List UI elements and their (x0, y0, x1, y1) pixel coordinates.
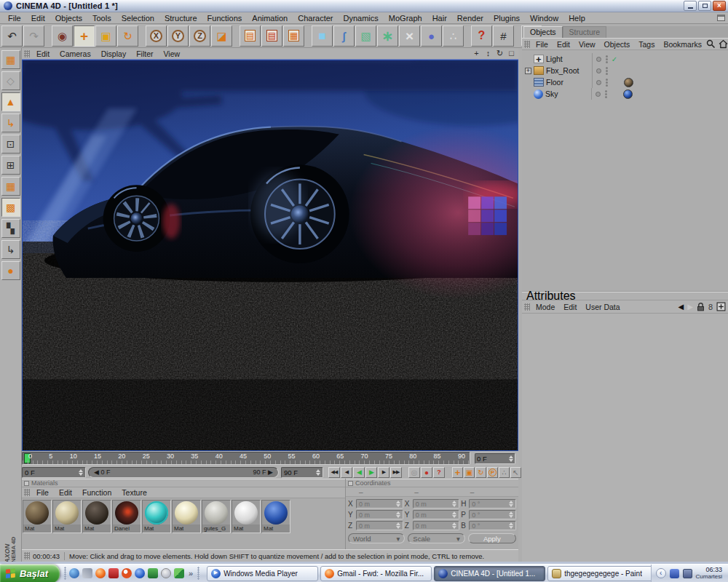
visibility-dots-icon[interactable] (606, 55, 608, 63)
quicklaunch-excel-icon[interactable] (148, 568, 158, 578)
spinner-icon[interactable] (79, 469, 83, 476)
spinner-icon[interactable] (509, 511, 513, 518)
material-tag[interactable] (623, 89, 633, 99)
menu-item[interactable]: Window (525, 14, 563, 23)
use-model-tool-button[interactable]: ▲ (1, 92, 20, 111)
materials-title-bar[interactable]: Materials (22, 479, 345, 487)
lock-x-button[interactable]: X (146, 25, 167, 47)
move-button[interactable]: + (74, 25, 95, 47)
object-row[interactable]: Light ✓ (522, 53, 728, 65)
expander-icon[interactable] (525, 56, 531, 63)
viewport-3d[interactable] (22, 60, 518, 451)
key-parameter-button[interactable]: P (487, 467, 498, 478)
add-array-button[interactable]: ∗ (377, 25, 398, 47)
panel-grip[interactable] (24, 50, 30, 57)
start-button[interactable]: Başlat (0, 565, 60, 582)
add-panel-icon[interactable] (716, 302, 726, 311)
position-field[interactable]: 0 m (356, 510, 403, 519)
material-item[interactable]: Mat (172, 500, 201, 533)
spinner-icon[interactable] (509, 501, 513, 507)
texture-mode-button[interactable]: ▩ (1, 198, 20, 217)
menu-item[interactable]: Plugins (488, 14, 525, 23)
task-window-button[interactable]: Gmail - Fwd: - Mozilla Fir... (320, 566, 432, 581)
panel-grip[interactable] (524, 303, 530, 311)
layer-dot-icon[interactable] (596, 92, 601, 97)
menu-item[interactable]: MoGraph (384, 14, 427, 23)
menu-item[interactable]: Functions (202, 14, 248, 23)
material-tag[interactable] (624, 78, 633, 87)
quicklaunch-realplayer-icon[interactable] (108, 568, 119, 578)
quicklaunch-messenger-icon[interactable] (69, 568, 79, 578)
expander-icon[interactable]: + (525, 68, 531, 74)
menu-item[interactable]: Structure (159, 14, 202, 23)
edges-mode-button[interactable]: ⊞ (1, 156, 20, 175)
panel-grip[interactable] (24, 552, 30, 559)
add-deformer-button[interactable]: × (399, 25, 420, 47)
spinner-icon[interactable] (452, 511, 456, 518)
object-manager-menu-item[interactable]: Tags (634, 40, 659, 49)
rotation-field[interactable]: 0 ° (469, 499, 516, 509)
frame-end-field[interactable]: 90 F (281, 467, 323, 478)
expander-icon[interactable] (525, 91, 531, 97)
menu-item[interactable]: Edit (26, 14, 50, 23)
position-field[interactable]: 0 m (356, 499, 403, 509)
menu-item[interactable]: Character (293, 14, 338, 23)
object-row[interactable]: Floor (522, 76, 728, 88)
render-settings-button[interactable]: ▦ (283, 25, 304, 47)
space-dropdown[interactable]: World▾ (348, 533, 405, 543)
tab-structure[interactable]: Structure (563, 26, 607, 38)
menu-item[interactable]: Animation (247, 14, 293, 23)
object-manager-menu-item[interactable]: View (574, 40, 600, 49)
material-item[interactable]: Mat (82, 500, 111, 533)
attributes-menu-item[interactable]: User Data (581, 303, 624, 311)
menu-item[interactable]: File (3, 14, 26, 23)
model-mode-button[interactable]: ◇ (1, 71, 20, 90)
spinner-icon[interactable] (509, 455, 513, 462)
object-manager-menu-item[interactable]: File (531, 40, 553, 49)
quicklaunch-firefox-icon[interactable] (95, 568, 106, 578)
task-window-button[interactable]: CINEMA 4D - [Untitled 1... (434, 566, 545, 581)
goto-end-button[interactable]: ▶▶ (390, 467, 402, 478)
menu-item[interactable]: Selection (116, 14, 159, 23)
quicklaunch-share-icon[interactable] (174, 568, 184, 578)
size-field[interactable]: 0 m (413, 521, 460, 530)
spinner-icon[interactable] (452, 522, 456, 529)
enabled-check-icon[interactable]: ✓ (610, 55, 619, 63)
lock-z-button[interactable]: Z (189, 25, 210, 47)
spinner-icon[interactable] (396, 511, 400, 518)
record-button[interactable]: ◎ (408, 467, 420, 478)
zoom-view-icon[interactable]: ↕ (483, 49, 493, 58)
apply-button[interactable]: Apply (468, 533, 516, 543)
size-field[interactable]: 0 m (413, 499, 460, 509)
frame-range-slider[interactable]: ◀ 0 F 90 F ▶ (88, 467, 279, 478)
key-rotation-button[interactable]: ↻ (475, 467, 486, 478)
uv-mode-button[interactable]: ▚ (1, 219, 20, 238)
taskbar-divider[interactable] (64, 567, 66, 580)
rotation-field[interactable]: 0 ° (469, 521, 516, 530)
next-key-button[interactable]: ▶ (378, 467, 389, 478)
make-editable-button[interactable]: ▦ (1, 50, 20, 69)
visibility-dots-icon[interactable] (606, 79, 608, 87)
material-item[interactable]: Mat (232, 500, 261, 533)
spinner-icon[interactable] (316, 469, 320, 476)
key-scale-button[interactable]: ▣ (464, 467, 475, 478)
visibility-dots-icon[interactable] (605, 90, 607, 98)
coordinates-title-bar[interactable]: Coordinates (346, 479, 518, 487)
tray-network-icon[interactable] (670, 569, 679, 578)
play-reverse-button[interactable]: ◀ (353, 467, 365, 478)
help-button[interactable]: ? (471, 25, 492, 47)
search-icon[interactable] (706, 39, 716, 49)
material-item[interactable]: Mat (142, 500, 171, 533)
attributes-menu-item[interactable]: Edit (559, 303, 581, 311)
close-button[interactable]: × (713, 1, 726, 11)
object-manager-menu-item[interactable]: Edit (553, 40, 574, 49)
position-field[interactable]: 0 m (356, 521, 403, 530)
attributes-menu-item[interactable]: Mode (531, 303, 559, 311)
record-help-button[interactable]: ? (433, 467, 445, 478)
object-axis-button[interactable]: ↳ (1, 113, 20, 132)
menu-item[interactable]: Dynamics (339, 14, 384, 23)
tray-collapse-chevron[interactable]: ‹ (656, 568, 666, 578)
quicklaunch-mediaplayer-icon[interactable] (135, 568, 145, 578)
layer-dot-icon[interactable] (596, 68, 601, 73)
rotate-button[interactable]: ↻ (117, 25, 138, 47)
